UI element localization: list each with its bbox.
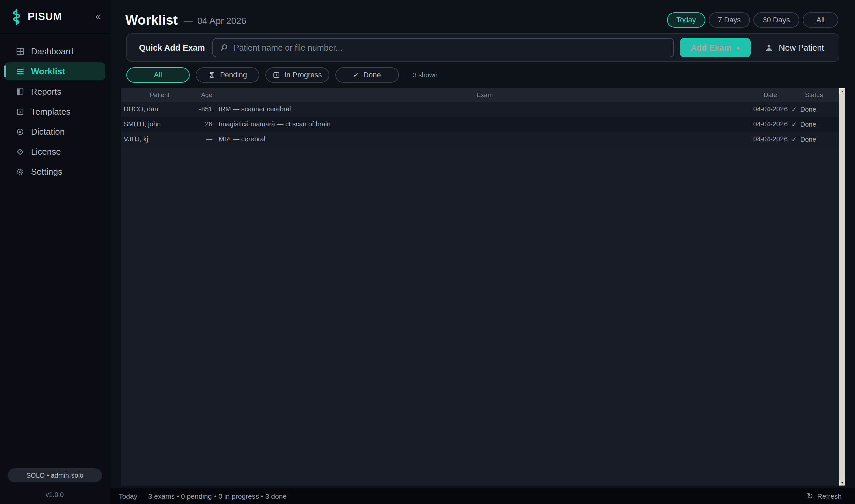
check-icon: ✓ [791, 121, 797, 128]
filter-all-chip[interactable]: All [126, 68, 190, 83]
new-patient-button[interactable]: New Patient [757, 38, 832, 57]
filter-label: Pending [220, 71, 247, 79]
dashboard-grid-icon [16, 47, 25, 56]
cell-patient: SMITH, john [121, 120, 198, 128]
templates-square-icon [16, 107, 25, 116]
check-icon: ✓ [791, 106, 797, 113]
status-filter-bar: All Pending In Progress ✓ Done [126, 68, 855, 83]
sidebar-item-label: Dictation [31, 127, 65, 137]
range-all-button[interactable]: All [803, 12, 838, 28]
sidebar-item-label: Worklist [31, 67, 65, 77]
dictation-record-icon [16, 127, 25, 136]
status-label: Done [800, 106, 816, 113]
medical-staff-logo-icon [11, 9, 22, 25]
filter-inprogress-chip[interactable]: In Progress [265, 68, 329, 83]
column-header-patient: Patient [121, 91, 198, 98]
patient-search-field[interactable] [213, 38, 674, 57]
status-label: Done [800, 136, 816, 143]
sidebar-collapse-icon[interactable]: « [95, 11, 100, 22]
range-today-button[interactable]: Today [667, 12, 705, 28]
worklist-list-icon [16, 67, 25, 76]
sidebar-footer: SOLO • admin solo v1.0.0 [0, 468, 110, 504]
app-title: PISUM [28, 11, 62, 23]
cell-exam: MRI — cerebral [217, 135, 752, 143]
scroll-up-icon[interactable]: ▲ [839, 88, 845, 94]
range-7days-button[interactable]: 7 Days [709, 12, 750, 28]
main-content: Worklist — 04 Apr 2026 Today 7 Days 30 D… [110, 0, 855, 504]
sidebar-item-reports[interactable]: Reports [0, 82, 110, 102]
vertical-scrollbar[interactable]: ▲ ▼ [839, 88, 845, 486]
sidebar-item-label: Templates [31, 107, 71, 117]
refresh-button[interactable]: ↻ Refresh [806, 492, 842, 501]
sidebar-item-worklist[interactable]: Worklist [4, 62, 105, 80]
range-30days-button[interactable]: 30 Days [753, 12, 799, 28]
sidebar: PISUM « Dashboard Worklist Report [0, 0, 110, 504]
sidebar-item-dashboard[interactable]: Dashboard [0, 41, 110, 61]
check-icon: ✓ [353, 71, 359, 79]
reports-book-icon [16, 87, 25, 96]
scrollbar-thumb[interactable] [839, 94, 845, 479]
cell-date: 04-04-2026 [752, 105, 788, 113]
column-header-age: Age [198, 91, 217, 98]
add-exam-button[interactable]: Add Exam ▸ [680, 38, 751, 57]
cell-date: 04-04-2026 [752, 120, 788, 128]
column-header-status: Status [788, 91, 839, 98]
refresh-label: Refresh [817, 492, 842, 500]
page-title: Worklist [125, 13, 178, 28]
sidebar-item-license[interactable]: License [0, 142, 110, 162]
new-patient-label: New Patient [779, 43, 824, 53]
cell-patient: DUCO, dan [121, 105, 198, 113]
title-separator: — [184, 16, 193, 26]
sidebar-item-label: License [31, 147, 61, 157]
add-exam-label: Add Exam [691, 43, 731, 53]
cell-age: — [198, 135, 217, 143]
sidebar-item-settings[interactable]: Settings [0, 162, 110, 182]
hourglass-icon [208, 71, 215, 79]
table-header-row: Patient Age Exam Date Status [121, 88, 839, 102]
sidebar-item-dictation[interactable]: Dictation [0, 122, 110, 142]
refresh-icon: ↻ [806, 492, 813, 501]
cell-status: ✓Done [788, 135, 839, 143]
search-icon [219, 43, 229, 52]
app-version: v1.0.0 [0, 491, 110, 499]
cell-status: ✓Done [788, 105, 839, 113]
date-range-group: Today 7 Days 30 Days All [667, 12, 838, 28]
license-diamond-icon [16, 147, 25, 156]
sidebar-header: PISUM « [0, 0, 110, 33]
sidebar-nav: Dashboard Worklist Reports T [0, 41, 110, 182]
cell-exam: IRM — scanner cerebral [217, 105, 752, 113]
column-header-date: Date [752, 91, 788, 98]
status-bar: Today — 3 exams • 0 pending • 0 in progr… [110, 488, 855, 504]
arrow-right-icon: ▸ [737, 44, 740, 52]
worklist-table-panel: Patient Age Exam Date Status DUCO, dan -… [121, 88, 845, 486]
person-icon [765, 43, 773, 52]
patient-search-input[interactable] [234, 39, 673, 57]
quick-add-label: Quick Add Exam [139, 43, 205, 53]
status-label: Done [800, 121, 816, 128]
cell-status: ✓Done [788, 120, 839, 128]
cell-exam: Imagistică mamară — ct scan of brain [217, 120, 752, 128]
page-header: Worklist — 04 Apr 2026 Today 7 Days 30 D… [110, 11, 855, 30]
cell-age: 26 [198, 120, 217, 128]
filter-label: All [154, 71, 162, 79]
table-row[interactable]: VJHJ, kj — MRI — cerebral 04-04-2026 ✓Do… [121, 131, 839, 147]
play-icon [273, 71, 280, 79]
user-session-badge: SOLO • admin solo [8, 468, 102, 482]
sidebar-item-templates[interactable]: Templates [0, 102, 110, 122]
filter-label: Done [363, 71, 381, 79]
scroll-down-icon[interactable]: ▼ [839, 480, 845, 486]
status-summary: Today — 3 exams • 0 pending • 0 in progr… [119, 492, 287, 500]
filter-label: In Progress [284, 71, 322, 79]
filter-done-chip[interactable]: ✓ Done [336, 68, 399, 83]
filter-pending-chip[interactable]: Pending [196, 68, 259, 83]
check-icon: ✓ [791, 136, 797, 143]
cell-date: 04-04-2026 [752, 135, 788, 143]
shown-count: 3 shown [413, 71, 438, 79]
column-header-exam: Exam [217, 91, 752, 98]
worklist-table: Patient Age Exam Date Status DUCO, dan -… [121, 88, 839, 486]
table-row[interactable]: SMITH, john 26 Imagistică mamară — ct sc… [121, 116, 839, 131]
sidebar-item-label: Settings [31, 167, 63, 177]
sidebar-item-label: Dashboard [31, 47, 73, 57]
table-row[interactable]: DUCO, dan -851 IRM — scanner cerebral 04… [121, 102, 839, 116]
cell-age: -851 [198, 105, 217, 113]
